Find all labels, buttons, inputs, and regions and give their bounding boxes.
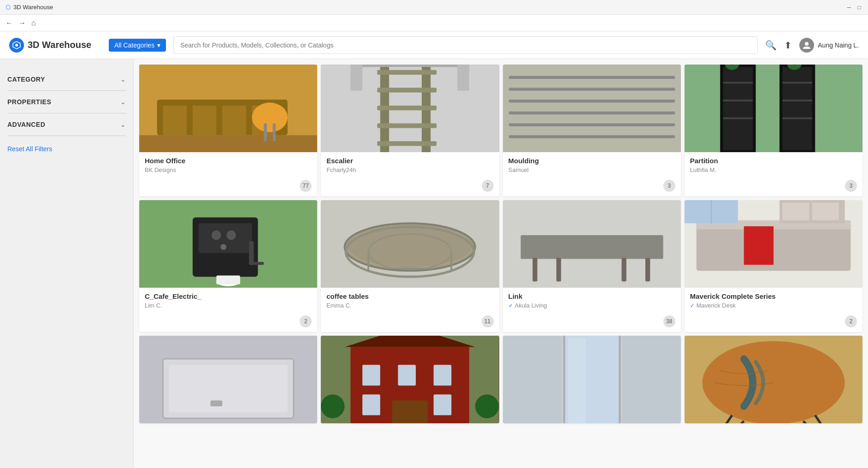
filter-chevron-properties: ⌄ — [120, 98, 126, 106]
author-name-maverick: Maverick Desk — [697, 302, 736, 309]
product-footer-coffee-tables: 11 — [321, 314, 499, 332]
filter-title-category: CATEGORY — [7, 76, 45, 83]
svg-rect-69 — [645, 258, 650, 282]
product-image-home-office — [139, 65, 317, 152]
product-card-escalier[interactable]: EscalierFcharly24h7 — [321, 65, 499, 196]
main-layout: CATEGORY ⌄ PROPERTIES ⌄ ADVANCED ⌄ Reset… — [0, 59, 868, 468]
window-controls: ─ □ — [846, 4, 862, 11]
filter-header-advanced[interactable]: ADVANCED ⌄ — [7, 121, 126, 128]
product-title-maverick: Maverick Complete Series — [690, 292, 857, 300]
product-card-mirror[interactable] — [503, 336, 681, 423]
svg-rect-88 — [434, 365, 452, 385]
svg-rect-23 — [457, 65, 469, 90]
svg-rect-12 — [273, 123, 276, 141]
svg-rect-18 — [378, 106, 437, 110]
product-card-cafe-electric[interactable]: C_Cafe_Electric_Lim C.2 — [139, 200, 317, 332]
category-dropdown[interactable]: All Categories ▾ — [109, 39, 166, 52]
svg-rect-55 — [249, 262, 264, 265]
product-footer-cafe-electric: 2 — [139, 314, 317, 332]
product-image-shower — [139, 336, 317, 423]
product-count-partition: 3 — [845, 180, 857, 192]
product-footer-link: 38 — [503, 314, 681, 332]
product-card-coffee-tables[interactable]: coffee tablesEmma C.11 — [321, 200, 499, 332]
filter-title-advanced: ADVANCED — [7, 121, 45, 128]
sidebar: CATEGORY ⌄ PROPERTIES ⌄ ADVANCED ⌄ Reset… — [0, 59, 134, 468]
svg-rect-26 — [508, 88, 675, 90]
product-image-mirror — [503, 336, 681, 423]
product-footer-maverick: 2 — [685, 314, 862, 332]
svg-rect-20 — [378, 141, 437, 146]
product-title-moulding: Moulding — [508, 157, 675, 165]
verified-icon-maverick: ✓ — [690, 302, 695, 309]
svg-rect-21 — [351, 65, 470, 67]
svg-rect-45 — [793, 65, 795, 65]
svg-rect-4 — [139, 135, 317, 152]
product-card-link[interactable]: Link✓Akula Living38 — [503, 200, 681, 332]
minimize-button[interactable]: ─ — [846, 4, 852, 11]
reset-filters-link[interactable]: Reset All Filters — [7, 145, 52, 153]
svg-point-49 — [212, 230, 221, 240]
svg-rect-8 — [222, 106, 246, 135]
logo-svg — [12, 41, 21, 50]
product-author-home-office: BK Designs — [145, 166, 312, 173]
svg-rect-33 — [723, 67, 752, 150]
product-count-home-office: 77 — [300, 180, 312, 192]
svg-rect-36 — [723, 117, 752, 119]
product-card-moulding[interactable]: MouldingSamuel3 — [503, 65, 681, 196]
product-card-wood-table[interactable] — [685, 336, 862, 423]
product-author-cafe-electric: Lim C. — [145, 302, 312, 309]
filter-chevron-advanced: ⌄ — [120, 121, 126, 128]
search-input[interactable] — [173, 36, 758, 54]
svg-rect-17 — [378, 88, 437, 92]
svg-rect-89 — [362, 394, 380, 415]
logo-area: 3D Warehouse — [9, 38, 101, 53]
svg-rect-22 — [351, 65, 363, 90]
svg-point-93 — [321, 394, 345, 418]
filter-header-properties[interactable]: PROPERTIES ⌄ — [7, 98, 126, 106]
svg-rect-73 — [744, 226, 774, 265]
logo-icon — [9, 38, 24, 53]
upload-icon[interactable]: ⬆ — [784, 40, 792, 51]
filter-section-properties: PROPERTIES ⌄ — [7, 91, 126, 113]
product-footer-escalier: 7 — [321, 178, 499, 196]
svg-rect-81 — [169, 365, 288, 412]
svg-point-2 — [805, 42, 809, 46]
filter-header-category[interactable]: CATEGORY ⌄ — [7, 76, 126, 83]
svg-rect-43 — [782, 117, 812, 119]
product-card-maverick[interactable]: Maverick Complete Series✓Maverick Desk2 — [685, 200, 862, 332]
svg-rect-16 — [378, 70, 437, 74]
product-image-link — [503, 200, 681, 288]
svg-point-50 — [226, 230, 236, 240]
svg-rect-31 — [685, 65, 862, 152]
product-title-partition: Partition — [690, 157, 857, 165]
svg-point-10 — [252, 102, 288, 132]
product-author-link: ✓Akula Living — [508, 302, 675, 309]
product-author-coffee-tables: Emma C. — [326, 302, 493, 309]
product-card-building[interactable] — [321, 336, 499, 423]
nav-bar: ← → ⌂ — [0, 15, 868, 31]
svg-rect-98 — [568, 338, 586, 423]
home-button[interactable]: ⌂ — [31, 19, 36, 27]
app-icon: ⬡ — [6, 4, 11, 11]
svg-rect-29 — [508, 123, 675, 126]
product-author-maverick: ✓Maverick Desk — [690, 302, 857, 309]
product-card-shower[interactable] — [139, 336, 317, 423]
filter-section-category: CATEGORY ⌄ — [7, 68, 126, 91]
product-card-partition[interactable]: PartitionLuthfia M.3 — [685, 65, 862, 196]
search-icon[interactable]: 🔍 — [765, 40, 777, 51]
user-area[interactable]: Aung Naing L. — [799, 38, 859, 53]
maximize-button[interactable]: □ — [856, 4, 862, 11]
product-image-building — [321, 336, 499, 423]
product-author-moulding: Samuel — [508, 166, 675, 173]
svg-rect-19 — [378, 123, 437, 128]
product-card-home-office[interactable]: Home OfficeBK Designs77 — [139, 65, 317, 196]
product-count-maverick: 2 — [845, 315, 857, 327]
svg-rect-34 — [723, 82, 752, 83]
svg-rect-25 — [508, 76, 675, 78]
svg-rect-90 — [434, 394, 452, 415]
product-image-wood-table — [685, 336, 862, 423]
product-info-home-office: Home OfficeBK Designs — [139, 152, 317, 178]
forward-button[interactable]: → — [18, 19, 26, 27]
back-button[interactable]: ← — [6, 19, 13, 27]
svg-rect-92 — [422, 336, 434, 344]
